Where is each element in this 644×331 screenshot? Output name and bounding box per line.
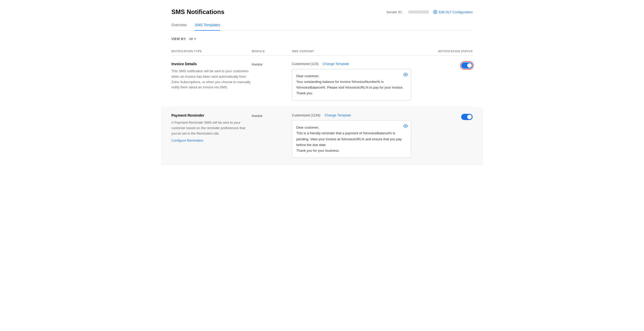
svg-point-2 [405,125,406,127]
sms-text-payment: Dear customer, This is a friendly remind… [296,125,407,153]
notif-title-payment-reminder: Payment Reminder [171,113,252,117]
tabs: Overview SMS Templates [171,23,473,31]
table-row: Payment Reminder A Payment Reminder SMS … [161,107,483,164]
sender-id-label: Sender ID: [386,10,403,14]
view-by-bar: VIEW BY: All ▼ [171,37,473,41]
svg-point-1 [405,74,406,75]
sms-content-header: Customized (123) Change Template [292,62,412,66]
edit-dlt-label: Edit DLT Configuration [439,10,473,14]
eye-icon-invoice[interactable] [403,72,408,79]
configure-reminders-link[interactable]: Configure Reminders [171,138,252,142]
table-row: Invoice Details This SMS notification wi… [171,56,473,107]
customized-label-invoice: Customized (123) [292,62,319,66]
tab-sms-templates[interactable]: SMS Templates [195,23,220,31]
sms-content-col-invoice-details: Customized (123) Change Template Dear cu… [292,62,412,101]
toggle-knob-invoice [467,63,472,68]
status-col-invoice [412,62,473,69]
sms-content-col-payment: Customized (1234) Change Template Dear c… [292,113,412,158]
view-by-select[interactable]: All ▼ [189,37,196,41]
toggle-knob-payment [467,115,472,119]
col-sms-content: SMS CONTENT [292,50,412,53]
svg-point-0 [435,11,436,12]
page-title: SMS Notifications [171,8,224,16]
notif-title-invoice-details: Invoice Details [171,62,252,66]
change-template-button-payment[interactable]: Change Template [325,113,351,117]
sms-content-header-payment: Customized (1234) Change Template [292,113,412,117]
col-notification-type: NOTIFICATION TYPE [171,50,252,53]
module-col-payment: Invoice [252,113,292,118]
chevron-down-icon: ▼ [194,37,196,40]
sms-preview-payment: Dear customer, This is a friendly remind… [292,120,411,158]
page-header: SMS Notifications Sender ID: Edit DLT Co… [171,8,473,16]
sms-text-invoice: Dear customer, Your outstanding balance … [296,73,407,96]
col-notification-status: NOTIFICATION STATUS [412,50,473,53]
view-by-current: All [189,37,193,41]
toggle-invoice[interactable] [461,62,473,69]
notif-type-col-payment: Payment Reminder A Payment Reminder SMS … [171,113,252,142]
sender-id-value [408,10,429,14]
module-col-invoice-details: Invoice [252,62,292,66]
gear-icon [433,10,437,14]
col-module: MODULE [252,50,292,53]
header-right: Sender ID: Edit DLT Configuration [386,10,473,14]
eye-icon-payment[interactable] [403,124,408,130]
status-col-payment [412,113,473,120]
tab-overview[interactable]: Overview [171,23,186,31]
edit-dlt-button[interactable]: Edit DLT Configuration [433,10,473,14]
customized-label-payment: Customized (1234) [292,113,320,117]
view-by-label: VIEW BY: [171,37,186,41]
sms-preview-invoice: Dear customer, Your outstanding balance … [292,69,411,101]
notif-desc-payment-reminder: A Payment Reminder SMS will be sent to y… [171,120,252,136]
notif-type-col: Invoice Details This SMS notification wi… [171,62,252,90]
notif-desc-invoice-details: This SMS notification will be sent to yo… [171,69,252,90]
toggle-payment[interactable] [461,114,473,120]
table-header: NOTIFICATION TYPE MODULE SMS CONTENT NOT… [171,47,473,56]
change-template-button-invoice[interactable]: Change Template [323,62,349,66]
